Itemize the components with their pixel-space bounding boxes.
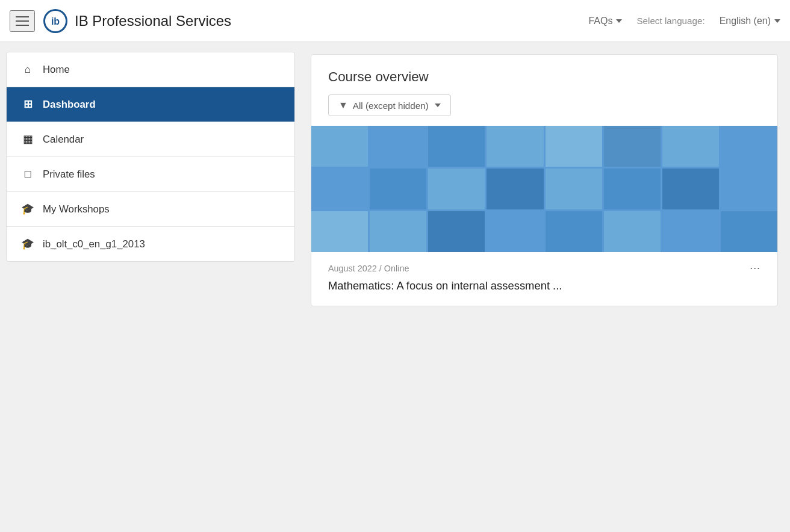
language-chevron-icon [774,19,780,23]
sidebar-item-ib-course[interactable]: 🎓ib_olt_c0_en_g1_2013 [7,227,294,261]
mosaic-cell [487,169,543,209]
faqs-nav-item[interactable]: FAQs [588,16,622,26]
course-overview-card: Course overview ▼ All (except hidden) Au… [311,54,778,306]
logo-text: IB Professional Services [75,13,231,29]
mosaic-cell [370,211,426,252]
sidebar-item-label-home: Home [43,64,70,76]
filter-icon: ▼ [338,100,348,111]
mosaic-cell [311,126,368,167]
mosaic-cell [721,211,777,252]
mosaic-cell [428,169,485,209]
ib-course-icon: 🎓 [21,238,34,250]
sidebar-item-dashboard[interactable]: ⊞Dashboard [7,87,294,122]
course-info: August 2022 / Online ··· Mathematics: A … [311,252,777,306]
main-layout: ⌂Home⊞Dashboard▦Calendar□Private files🎓M… [0,42,790,532]
faqs-chevron-icon [616,19,622,23]
mosaic-cell [604,169,661,209]
course-overview-title: Course overview [311,55,777,94]
mosaic-cell [311,169,368,209]
sidebar-item-my-workshops[interactable]: 🎓My Workshops [7,192,294,227]
sidebar-item-calendar[interactable]: ▦Calendar [7,122,294,157]
mosaic-cell [428,211,485,252]
menu-toggle-button[interactable] [10,10,35,32]
dashboard-icon: ⊞ [21,98,34,111]
mosaic-cell [546,211,602,252]
mosaic-cell [311,211,368,252]
my-workshops-icon: 🎓 [21,203,34,215]
mosaic-cell [370,169,426,209]
mosaic-cell [370,126,426,167]
mosaic-cell [546,169,602,209]
home-icon: ⌂ [21,63,34,76]
mosaic-cell [721,169,777,209]
sidebar-nav-card: ⌂Home⊞Dashboard▦Calendar□Private files🎓M… [6,52,295,262]
sidebar-item-label-calendar: Calendar [43,134,84,146]
filter-button[interactable]: ▼ All (except hidden) [328,94,451,116]
sidebar-item-home[interactable]: ⌂Home [7,52,294,87]
app-header: ib IB Professional Services FAQs Select … [0,0,790,42]
mosaic-cell [604,126,661,167]
course-date-row: August 2022 / Online ··· [328,262,760,274]
course-image-mosaic [311,126,777,252]
sidebar-item-label-my-workshops: My Workshops [43,203,110,215]
mosaic-cell [604,211,661,252]
mosaic-cell [428,126,485,167]
language-value: English (en) [720,16,771,26]
sidebar-item-private-files[interactable]: □Private files [7,157,294,192]
private-files-icon: □ [21,168,34,181]
faqs-label: FAQs [588,16,612,26]
language-selector[interactable]: English (en) [720,16,780,26]
ib-logo-icon: ib [42,8,69,34]
header-nav: FAQs Select language: English (en) [588,16,780,26]
mosaic-cell [662,169,719,209]
sidebar-item-label-dashboard: Dashboard [43,99,96,111]
mosaic-cell [487,211,543,252]
calendar-icon: ▦ [21,133,34,146]
course-more-button[interactable]: ··· [750,262,760,274]
mosaic-cell [721,126,777,167]
sidebar-item-label-ib-course: ib_olt_c0_en_g1_2013 [43,238,145,250]
filter-label: All (except hidden) [353,101,429,111]
sidebar: ⌂Home⊞Dashboard▦Calendar□Private files🎓M… [0,42,301,532]
mosaic-cell [546,126,602,167]
main-content: Course overview ▼ All (except hidden) Au… [301,42,790,532]
mosaic-cell [487,126,543,167]
language-label: Select language: [636,16,704,26]
mosaic-cell [662,211,719,252]
sidebar-item-label-private-files: Private files [43,169,95,181]
logo-area: ib IB Professional Services [42,8,588,34]
course-title: Mathematics: A focus on internal assessm… [328,278,760,294]
course-date: August 2022 / Online [328,264,409,273]
svg-text:ib: ib [51,16,60,26]
filter-chevron-icon [435,104,441,107]
mosaic-cell [662,126,719,167]
